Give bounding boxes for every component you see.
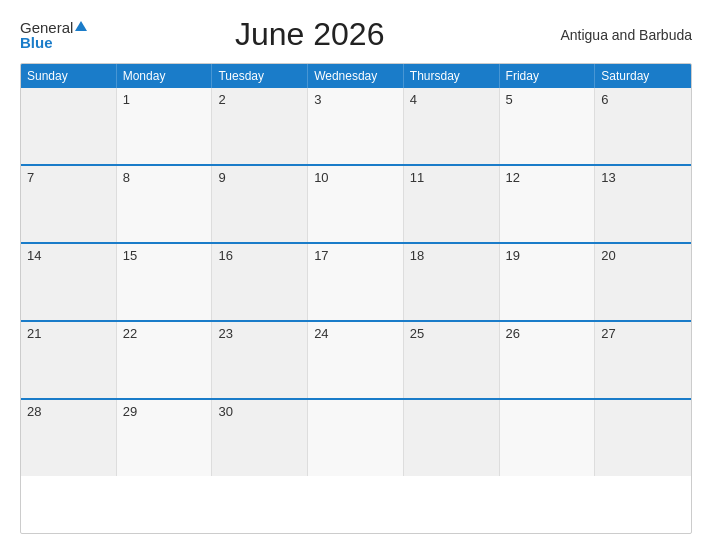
calendar-day-0-6: 6 [595, 88, 691, 164]
day-number: 5 [506, 92, 513, 107]
calendar-day-0-5: 5 [500, 88, 596, 164]
day-number: 11 [410, 170, 424, 185]
day-number: 12 [506, 170, 520, 185]
day-number: 20 [601, 248, 615, 263]
calendar-body: 1234567891011121314151617181920212223242… [21, 88, 691, 476]
calendar-day-4-2: 30 [212, 400, 308, 476]
day-number: 28 [27, 404, 41, 419]
calendar-day-1-6: 13 [595, 166, 691, 242]
day-number: 10 [314, 170, 328, 185]
calendar-day-0-1: 1 [117, 88, 213, 164]
day-number: 8 [123, 170, 130, 185]
calendar-day-2-1: 15 [117, 244, 213, 320]
calendar-day-0-3: 3 [308, 88, 404, 164]
calendar-day-4-5 [500, 400, 596, 476]
calendar-day-2-6: 20 [595, 244, 691, 320]
calendar-day-3-4: 25 [404, 322, 500, 398]
logo: General Blue [20, 20, 87, 50]
calendar-day-3-3: 24 [308, 322, 404, 398]
calendar-page: General Blue June 2026 Antigua and Barbu… [0, 0, 712, 550]
calendar-day-2-4: 18 [404, 244, 500, 320]
calendar-day-4-6 [595, 400, 691, 476]
day-number: 22 [123, 326, 137, 341]
day-number: 6 [601, 92, 608, 107]
header-friday: Friday [500, 64, 596, 88]
day-number: 3 [314, 92, 321, 107]
day-number: 25 [410, 326, 424, 341]
calendar-day-4-1: 29 [117, 400, 213, 476]
logo-blue-text: Blue [20, 35, 53, 50]
calendar-day-4-0: 28 [21, 400, 117, 476]
calendar-day-0-0 [21, 88, 117, 164]
week-row-3: 14151617181920 [21, 244, 691, 322]
page-header: General Blue June 2026 Antigua and Barbu… [20, 16, 692, 53]
day-number: 14 [27, 248, 41, 263]
day-number: 23 [218, 326, 232, 341]
day-number: 17 [314, 248, 328, 263]
day-number: 21 [27, 326, 41, 341]
day-number: 4 [410, 92, 417, 107]
header-sunday: Sunday [21, 64, 117, 88]
week-row-1: 123456 [21, 88, 691, 166]
calendar-day-1-3: 10 [308, 166, 404, 242]
day-number: 19 [506, 248, 520, 263]
logo-triangle-icon [75, 21, 87, 31]
calendar-day-4-4 [404, 400, 500, 476]
header-tuesday: Tuesday [212, 64, 308, 88]
calendar-day-2-2: 16 [212, 244, 308, 320]
calendar-day-0-4: 4 [404, 88, 500, 164]
calendar-day-1-0: 7 [21, 166, 117, 242]
day-number: 16 [218, 248, 232, 263]
calendar-day-3-2: 23 [212, 322, 308, 398]
week-row-4: 21222324252627 [21, 322, 691, 400]
calendar-day-3-1: 22 [117, 322, 213, 398]
calendar-day-4-3 [308, 400, 404, 476]
calendar-day-1-5: 12 [500, 166, 596, 242]
day-number: 29 [123, 404, 137, 419]
day-number: 15 [123, 248, 137, 263]
calendar-day-1-4: 11 [404, 166, 500, 242]
country-name: Antigua and Barbuda [532, 27, 692, 43]
calendar-day-2-3: 17 [308, 244, 404, 320]
header-monday: Monday [117, 64, 213, 88]
day-number: 7 [27, 170, 34, 185]
calendar-day-2-5: 19 [500, 244, 596, 320]
day-number: 26 [506, 326, 520, 341]
day-number: 1 [123, 92, 130, 107]
day-number: 30 [218, 404, 232, 419]
day-number: 27 [601, 326, 615, 341]
calendar-day-2-0: 14 [21, 244, 117, 320]
calendar-day-1-2: 9 [212, 166, 308, 242]
day-number: 2 [218, 92, 225, 107]
logo-general-text: General [20, 20, 73, 35]
calendar-day-0-2: 2 [212, 88, 308, 164]
calendar-day-3-0: 21 [21, 322, 117, 398]
header-saturday: Saturday [595, 64, 691, 88]
calendar-day-1-1: 8 [117, 166, 213, 242]
calendar-day-3-6: 27 [595, 322, 691, 398]
day-number: 9 [218, 170, 225, 185]
day-number: 24 [314, 326, 328, 341]
day-number: 18 [410, 248, 424, 263]
header-wednesday: Wednesday [308, 64, 404, 88]
day-number: 13 [601, 170, 615, 185]
calendar-title: June 2026 [87, 16, 532, 53]
calendar-day-3-5: 26 [500, 322, 596, 398]
calendar-grid: Sunday Monday Tuesday Wednesday Thursday… [20, 63, 692, 534]
week-row-5: 282930 [21, 400, 691, 476]
header-thursday: Thursday [404, 64, 500, 88]
week-row-2: 78910111213 [21, 166, 691, 244]
calendar-day-headers: Sunday Monday Tuesday Wednesday Thursday… [21, 64, 691, 88]
